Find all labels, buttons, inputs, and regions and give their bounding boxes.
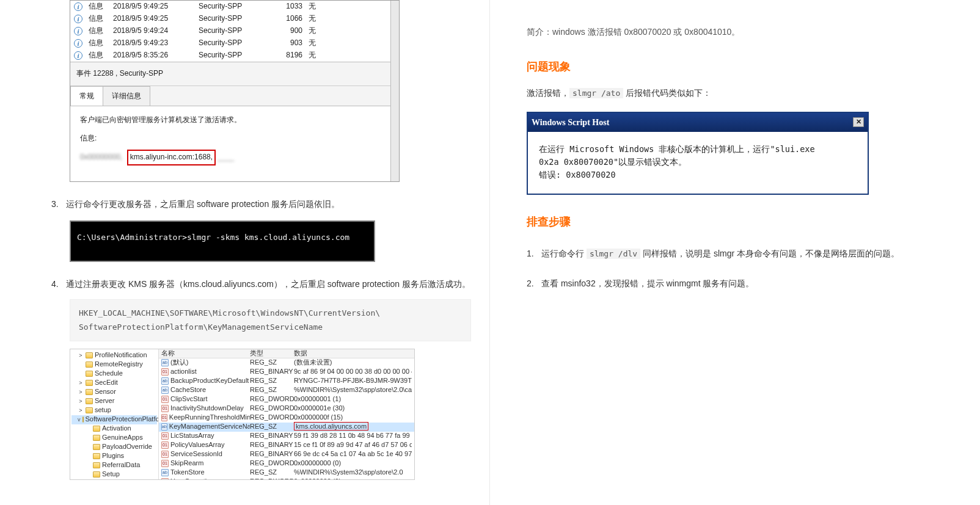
cmd-screenshot: C:\Users\Administrator>slmgr -skms kms.c…	[70, 220, 375, 261]
folder-icon	[93, 462, 100, 468]
event-viewer-screenshot: i信息2018/9/5 9:49:25Security-SPP1033无i信息2…	[70, 0, 400, 182]
info-icon: i	[74, 2, 82, 11]
folder-icon	[93, 435, 100, 441]
wsh-body-text: 在运行 Microsoft Windows 非核心版本的计算机上，运行"slui…	[528, 132, 868, 194]
folder-icon	[86, 407, 93, 413]
heading-steps: 排查步骤	[527, 212, 962, 231]
folder-icon	[93, 444, 100, 450]
step-1: 1. 运行命令行 slmgr /dlv 同样报错，说明是 slmgr 本身命令有…	[527, 246, 962, 261]
reg-value-row: 01UserOperationsREG_DWORD0x00000000 (0)	[159, 478, 414, 479]
folder-icon	[86, 398, 93, 404]
event-scrollbar	[390, 1, 399, 181]
kms-highlight-box: kms.aliyun-inc.com:1688,	[127, 150, 216, 165]
reg-tree-node: Setup	[71, 470, 157, 479]
list-item-3: 3. 运行命令行更改服务器，之后重启 software protection 服…	[51, 197, 471, 212]
event-row: i信息2018/9/5 9:49:25Security-SPP1033无	[70, 1, 390, 13]
folder-icon	[93, 453, 100, 459]
reg-value-icon: 01	[161, 478, 169, 479]
list-item-4: 4. 通过注册表更改 KMS 服务器（kms.cloud.aliyuncs.co…	[51, 277, 471, 292]
info-icon: i	[74, 15, 82, 23]
info-icon: i	[74, 51, 82, 60]
heading-problem: 问题现象	[527, 57, 962, 76]
folder-icon	[86, 371, 93, 377]
right-column: 简介：windows 激活报错 0x80070020 或 0x80041010。…	[490, 0, 980, 505]
inline-code-slmgr-dlv: slmgr /dlv	[587, 249, 640, 259]
event-row: i信息2018/9/5 9:49:25Security-SPP1066无	[70, 13, 390, 25]
step-2: 2. 查看 msinfo32，发现报错，提示 winmgmt 服务有问题。	[527, 276, 962, 291]
close-icon: ✕	[853, 117, 864, 127]
inline-code-slmgr-ato: slmgr /ato	[569, 88, 623, 98]
folder-icon	[82, 416, 84, 423]
event-detail-info-label: 信息:	[80, 132, 381, 145]
folder-icon	[86, 389, 93, 395]
event-viewer-panel-title: 事件 12288 , Security-SPP	[70, 62, 390, 86]
folder-icon	[86, 380, 93, 386]
folder-icon	[86, 361, 93, 368]
registry-editor-screenshot: >ProfileNotificationRemoteRegistrySchedu…	[70, 349, 415, 480]
intro-paragraph: 简介：windows 激活报错 0x80070020 或 0x80041010。	[527, 24, 962, 40]
event-detail-kms: 0x00000000, kms.aliyun-inc.com:1688, ___…	[80, 150, 381, 165]
left-column: i信息2018/9/5 9:49:25Security-SPP1033无i信息2…	[0, 0, 490, 505]
event-row: i信息2018/9/5 9:49:23Security-SPP903无	[70, 37, 390, 49]
folder-icon	[86, 352, 93, 358]
folder-icon	[93, 471, 100, 478]
event-row: i信息2018/9/5 9:49:24Security-SPP900无	[70, 25, 390, 37]
event-row: i信息2018/9/5 8:35:26Security-SPP8196无	[70, 49, 390, 62]
event-tab-general: 常规	[70, 86, 103, 106]
folder-icon	[93, 426, 100, 432]
problem-paragraph: 激活报错，slmgr /ato 后报错代码类似如下：	[527, 85, 962, 101]
wsh-title-text: Windows Script Host	[532, 115, 609, 130]
wsh-dialog-screenshot: Windows Script Host ✕ 在运行 Microsoft Wind…	[527, 112, 869, 195]
reg-tree-node: >Server	[71, 397, 157, 406]
registry-path-code: HKEY_LOCAL_MACHINE\SOFTWARE\Microsoft\Wi…	[70, 299, 471, 341]
info-icon: i	[74, 27, 82, 35]
info-icon: i	[74, 39, 82, 48]
event-tab-detail: 详细信息	[103, 86, 150, 106]
event-detail-line1: 客户端已向密钥管理服务计算机发送了激活请求。	[80, 114, 381, 127]
